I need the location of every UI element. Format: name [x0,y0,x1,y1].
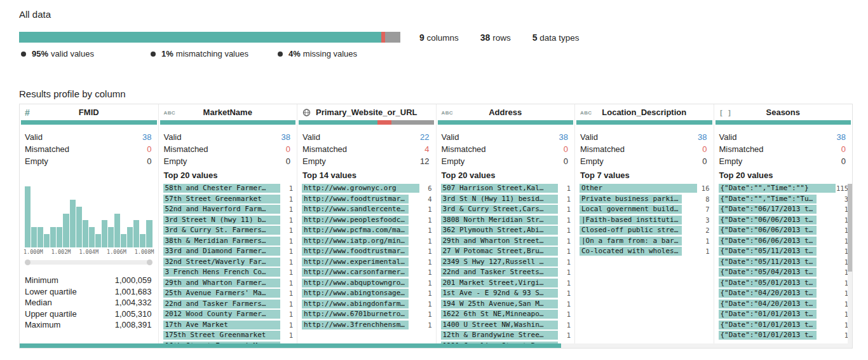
value-row[interactable]: 3rd & Curry St. Farmers…1 [163,225,297,236]
histogram-bar[interactable] [37,227,43,247]
value-row[interactable]: 38th & Meridian Farmers…1 [163,236,297,247]
value-row[interactable]: 1st Ave - E 92nd & 93 S…1 [441,288,575,299]
value-row[interactable]: 33rd and Diamond Farmer…1 [163,246,297,257]
column-quality-bar[interactable] [160,120,296,125]
histogram-bar[interactable] [50,227,56,247]
valid-segment[interactable] [21,120,157,125]
value-row[interactable]: Other16 [580,183,714,194]
value-row[interactable]: http://www.carsonfarmer…1 [302,267,436,278]
valid-segment[interactable] [299,120,377,125]
histogram-bar[interactable] [57,227,62,247]
value-row[interactable]: 3808 North Meridian Str…1 [441,215,575,226]
value-row[interactable]: Local government build…7 [580,204,714,215]
horizontal-scrollbar[interactable] [20,343,852,348]
histogram-bar[interactable] [44,234,50,247]
value-row[interactable]: 194 W 25th Avenue,San M…1 [441,299,575,310]
value-row[interactable]: http://www.sandlercente…1 [302,204,436,215]
value-row[interactable]: http://www.grownyc.org6 [302,183,436,194]
valid-segment[interactable] [19,32,381,43]
value-row[interactable]: http://www.foodtrustmar…1 [302,246,436,257]
histogram-bar[interactable] [95,234,101,247]
histogram-bar[interactable] [70,200,76,247]
value-row[interactable]: Private business parki…8 [580,194,714,205]
value-row[interactable]: {"Date":"","Time":"Tu…3 [719,194,853,205]
column-header-address[interactable]: ABCAddress [437,104,575,120]
histogram-bar[interactable] [121,234,126,247]
value-row[interactable]: 57th Street Greenmarket1 [163,194,297,205]
histogram-bar[interactable] [140,234,146,247]
value-row[interactable]: 17th Ave Market1 [163,320,297,331]
column-quality-bar[interactable] [299,120,435,125]
range-slider[interactable] [25,260,152,265]
value-row[interactable]: Closed-off public stre…2 [580,225,714,236]
value-row[interactable]: 29th and Wharton Farmer…1 [163,278,297,289]
value-row[interactable]: {"Date":"05/11/2013 t…1 [719,257,853,268]
value-row[interactable]: |On a farm from: a bar…1 [580,236,714,247]
value-row[interactable]: 58th and Chester Farmer…1 [163,183,297,194]
value-row[interactable]: {"Date":"01/01/2013 t…1 [719,330,853,341]
histogram-bar[interactable] [146,220,152,247]
column-header-primary_website_or_url[interactable]: Primary_Website_or_URL [297,104,436,120]
value-row[interactable]: {"Date":"01/01/2013 t…1 [719,309,853,320]
value-row[interactable]: 32nd Street/Waverly Far…1 [163,257,297,268]
range-slider-handle-min[interactable] [25,260,31,265]
overall-quality-bar[interactable] [19,32,400,43]
horizontal-scrollbar-thumb[interactable] [20,343,561,348]
value-row[interactable]: 52nd and Haverford Farm…1 [163,204,297,215]
histogram-bar[interactable] [76,207,82,247]
value-row[interactable]: http://www.abquptowngro…1 [302,278,436,289]
vertical-scrollbar[interactable] [848,184,852,343]
value-row[interactable]: http://www.iatp.org/min…1 [302,236,436,247]
histogram-bar[interactable] [108,227,114,247]
value-row[interactable]: 201 Market Street,Virgi…1 [441,278,575,289]
histogram-bar[interactable] [83,220,88,247]
column-quality-bar[interactable] [576,120,712,125]
histogram-bar[interactable] [133,220,139,247]
missing-segment[interactable] [391,120,434,125]
missing-segment[interactable] [385,32,400,43]
value-row[interactable]: 362 Plymouth Street,Abi…1 [441,225,575,236]
value-row[interactable]: {"Date":"06/06/2013 t…1 [719,225,853,236]
value-row[interactable]: http://www.3frenchhensm…1 [302,320,436,331]
mismatched-segment[interactable] [377,120,391,125]
value-row[interactable]: 3 French Hens French Co…1 [163,267,297,278]
value-row[interactable]: http://www.peoplesfoodc…1 [302,215,436,226]
histogram-bar[interactable] [102,220,107,247]
column-header-seasons[interactable]: [ ]Seasons [714,104,853,120]
value-row[interactable]: 3rd Street N (hwy 11) b…1 [163,215,297,226]
column-header-location_description[interactable]: ABCLocation_Description [575,104,714,120]
column-header-fmid[interactable]: #FMID [20,104,158,120]
histogram-bar[interactable] [127,227,133,247]
value-row[interactable]: 175th Street Greenmarket1 [163,330,297,341]
value-row[interactable]: 1400 U Street NW,Washin…1 [441,320,575,331]
column-quality-bar[interactable] [21,120,157,125]
value-row[interactable]: 3rd St N (Hwy 11) besid…1 [441,194,575,205]
value-row[interactable]: {"Date":"05/01/2013 t…1 [719,278,853,289]
value-row[interactable]: http://www.abingtonsage…1 [302,288,436,299]
value-row[interactable]: http://www.experimental…1 [302,257,436,268]
value-row[interactable]: {"Date":"04/20/2013 t…1 [719,288,853,299]
value-row[interactable]: {"Date":"05/04/2013 t…1 [719,267,853,278]
column-header-marketname[interactable]: ABCMarketName [159,104,297,120]
value-row[interactable]: |Faith-based instituti…3 [580,215,714,226]
histogram-bar[interactable] [25,186,31,247]
histogram-bar[interactable] [63,214,69,247]
value-row[interactable]: {"Date":"06/06/2013 t…1 [719,236,853,247]
value-row[interactable]: 29th and Wharton Street…1 [441,236,575,247]
value-row[interactable]: {"Date":"05/11/2013 t…1 [719,246,853,257]
value-row[interactable]: http://www.abingdonfarm…1 [302,299,436,310]
value-row[interactable]: 22nd and Tasker Farmers…1 [163,299,297,310]
value-row[interactable]: 25th Avenue Farmers' Ma…1 [163,288,297,299]
value-row[interactable]: {"Date":"01/01/2013 t…1 [719,320,853,331]
value-row[interactable]: http://www.foodtrustmar…4 [302,194,436,205]
value-row[interactable]: http://www.pcfma.com/ma…1 [302,225,436,236]
value-row[interactable]: Co-located with wholes…1 [580,246,714,257]
value-row[interactable]: 507 Harrison Street,Kal…1 [441,183,575,194]
value-row[interactable]: {"Date":"06/17/2013 t…1 [719,204,853,215]
value-row[interactable]: 3rd & Curry Street,Cars…1 [441,204,575,215]
vertical-scrollbar-thumb[interactable] [848,184,852,272]
value-row[interactable]: 2012 Wood County Farmer…1 [163,309,297,320]
histogram-bar[interactable] [89,227,95,247]
column-quality-bar[interactable] [438,120,574,125]
value-row[interactable]: 27 W Potomac Street,Bru…1 [441,246,575,257]
